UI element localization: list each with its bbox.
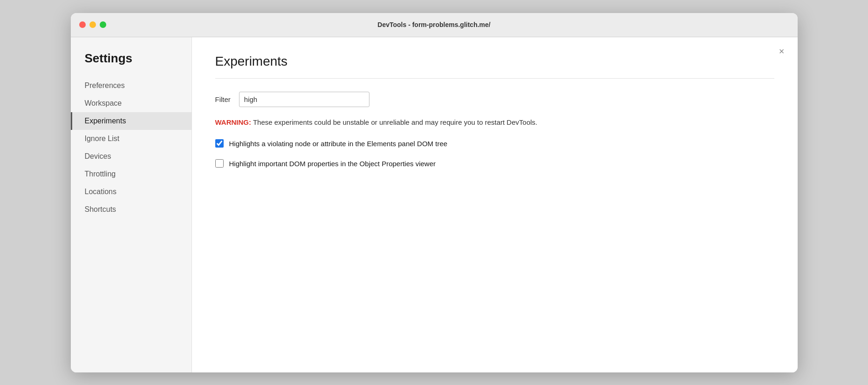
checkbox-label-1[interactable]: Highlights a violating node or attribute… [229, 139, 448, 149]
minimize-traffic-light[interactable] [89, 21, 96, 28]
checkbox-2[interactable] [215, 159, 224, 168]
maximize-traffic-light[interactable] [100, 21, 106, 28]
sidebar-item-devices[interactable]: Devices [71, 148, 191, 165]
filter-input[interactable] [239, 92, 369, 107]
filter-row: Filter [215, 92, 774, 107]
warning-label: WARNING: [215, 118, 252, 126]
checkbox-label-2[interactable]: Highlight important DOM properties in th… [229, 159, 436, 169]
warning-message: These experiments could be unstable or u… [251, 118, 537, 126]
devtools-window: DevTools - form-problems.glitch.me/ Sett… [71, 13, 798, 372]
warning-text: WARNING: These experiments could be unst… [215, 117, 774, 128]
sidebar-item-experiments[interactable]: Experiments [71, 112, 191, 130]
divider [215, 78, 774, 79]
checkbox-1[interactable] [215, 139, 224, 148]
sidebar-item-locations[interactable]: Locations [71, 183, 191, 201]
sidebar: Settings Preferences Workspace Experimen… [71, 37, 192, 372]
titlebar: DevTools - form-problems.glitch.me/ [71, 13, 798, 37]
close-button[interactable]: × [779, 47, 785, 56]
window-title: DevTools - form-problems.glitch.me/ [377, 21, 490, 28]
close-traffic-light[interactable] [79, 21, 86, 28]
sidebar-item-shortcuts[interactable]: Shortcuts [71, 201, 191, 218]
checkbox-wrapper-1 [215, 139, 224, 149]
traffic-lights [79, 21, 106, 28]
sidebar-heading: Settings [71, 51, 191, 77]
main-panel: × Experiments Filter WARNING: These expe… [192, 37, 798, 372]
sidebar-item-preferences[interactable]: Preferences [71, 77, 191, 95]
checkbox-item-2: Highlight important DOM properties in th… [215, 159, 774, 169]
checkbox-wrapper-2 [215, 159, 224, 169]
checkbox-item-1: Highlights a violating node or attribute… [215, 139, 774, 149]
sidebar-item-ignore-list[interactable]: Ignore List [71, 130, 191, 148]
filter-label: Filter [215, 95, 231, 103]
page-title: Experiments [215, 54, 774, 69]
sidebar-item-throttling[interactable]: Throttling [71, 165, 191, 183]
content-area: Settings Preferences Workspace Experimen… [71, 37, 798, 372]
sidebar-item-workspace[interactable]: Workspace [71, 95, 191, 112]
